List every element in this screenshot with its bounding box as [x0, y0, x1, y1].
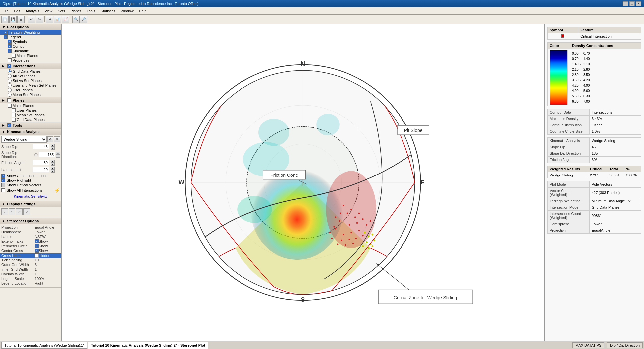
kin-sensitivity-link[interactable]: Kinematic Sensitivity	[1, 193, 60, 199]
radio-user-planes[interactable]	[8, 88, 12, 92]
checkbox-major-planes2[interactable]	[8, 104, 12, 108]
lateral-limit-input[interactable]	[33, 167, 49, 172]
toolbar-btn-2[interactable]: 💾	[9, 16, 17, 23]
slope-dip-dir-up[interactable]: ▲	[56, 152, 60, 155]
tree-item-major-planes2[interactable]: Major Planes	[0, 103, 61, 108]
minimize-button[interactable]: ─	[623, 1, 628, 6]
friction-angle-down[interactable]: ▼	[51, 163, 55, 166]
analysis-type-select[interactable]: Wedge Sliding	[1, 136, 47, 143]
slope-dip-dir-input[interactable]	[39, 152, 55, 157]
stereonet-options-header[interactable]: ▲ Stereonet Options	[0, 218, 61, 224]
kin-analysis-header[interactable]: ▲ Kinematic Analysis	[0, 129, 61, 135]
tree-item-grid-data[interactable]: Grid Data Planes	[0, 69, 61, 74]
tree-item-mean-set2[interactable]: Mean Set Planes	[0, 113, 61, 117]
checkbox-grid-data2[interactable]	[12, 118, 16, 122]
tree-item-kinematic[interactable]: ✓ Kinematic	[0, 49, 61, 53]
checkbox-legend[interactable]: ✓	[4, 35, 8, 39]
tree-item-grid-data2[interactable]: Grid Data Planes	[0, 117, 61, 122]
menu-item-edit[interactable]: Edit	[11, 7, 23, 14]
tree-item-user-planes[interactable]: User Planes	[0, 88, 61, 92]
checkbox-perimeter[interactable]: ✓	[35, 244, 39, 248]
checkbox-major-planes[interactable]	[12, 54, 16, 58]
status-tab-2[interactable]: Tutorial 10 Kinematic Analysis (Wedge Sl…	[88, 342, 208, 349]
tree-item-legend[interactable]: ✓ Legend	[0, 35, 61, 39]
checkbox-center-cross[interactable]: ✓	[35, 249, 39, 253]
checkbox-kinematic[interactable]: ✓	[8, 49, 12, 53]
toolbar-btn-4[interactable]: ↩	[28, 16, 35, 23]
radio-grid-data[interactable]	[8, 69, 12, 73]
menu-item-planes[interactable]: Planes	[68, 7, 84, 14]
display-check-btn[interactable]: ✓	[1, 208, 8, 215]
menu-item-help[interactable]: Help	[136, 7, 149, 14]
radio-all-set[interactable]	[8, 74, 12, 78]
plot-options-header[interactable]: ▼ Plot Options	[0, 24, 61, 30]
max-datatips-btn[interactable]: MAX DATATIPS	[572, 342, 604, 348]
zoom-in-button[interactable]: 🔍	[72, 16, 80, 23]
toolbar-btn-6[interactable]: 🖥	[46, 16, 53, 23]
tree-item-contour[interactable]: ✓ Contour	[0, 44, 61, 49]
tree-item-user-planes2[interactable]: User Planes	[0, 108, 61, 113]
menu-item-file[interactable]: File	[0, 7, 11, 14]
menu-item-view[interactable]: View	[42, 7, 55, 14]
status-tab-1[interactable]: Tutorial 10 Kinematic Analysis (Wedge Sl…	[1, 342, 87, 349]
toolbar-btn-1[interactable]: 📄	[1, 16, 9, 23]
tree-item-symbols[interactable]: ✓ Symbols	[0, 39, 61, 44]
critical-zone-text: Critical Zone for Wedge Sliding	[394, 295, 457, 300]
radio-set-vs-set[interactable]	[8, 79, 12, 83]
tree-item-all-set[interactable]: All Set Planes	[0, 74, 61, 78]
checkbox-planes[interactable]	[7, 98, 11, 102]
zoom-out-button[interactable]: 🔎	[80, 16, 87, 23]
dip-dir-btn[interactable]: Dip / Dip Direction	[607, 342, 643, 348]
display-settings-header[interactable]: ▲ Display Settings	[0, 201, 61, 207]
checkbox-critical[interactable]	[1, 183, 5, 187]
maximize-button[interactable]: □	[629, 1, 635, 6]
checkbox-properties[interactable]	[8, 58, 12, 62]
tree-item-properties[interactable]: Properties	[0, 58, 61, 63]
tree-item-terzaghi[interactable]: ✓ Terzaghi Weighting	[0, 30, 61, 35]
display-import-btn[interactable]: ↙	[23, 208, 30, 215]
lateral-limit-down[interactable]: ▼	[51, 170, 55, 173]
checkbox-contour[interactable]: ✓	[8, 44, 12, 48]
close-button[interactable]: ✕	[636, 1, 641, 6]
checkbox-intersections[interactable]: ✓	[7, 64, 11, 68]
kin-settings-btn[interactable]: ⚙	[47, 136, 53, 142]
toolbar-btn-7[interactable]: 📊	[54, 16, 61, 23]
menu-item-statistics[interactable]: Statistics	[98, 7, 118, 14]
menu-item-sets[interactable]: Sets	[55, 7, 68, 14]
planes-header[interactable]: ▶ Planes	[0, 97, 61, 103]
slope-dip-up[interactable]: ▲	[51, 144, 55, 147]
tree-item-mean-set[interactable]: Mean Set Planes	[0, 92, 61, 97]
checkbox-intersections2[interactable]	[1, 188, 5, 192]
checkbox-cross-hairs[interactable]	[35, 254, 39, 258]
menu-item-tools[interactable]: Tools	[84, 7, 98, 14]
tree-item-major-planes[interactable]: Major Planes	[0, 53, 61, 58]
display-info-btn[interactable]: ℹ	[9, 208, 15, 215]
lateral-limit-up[interactable]: ▲	[51, 167, 55, 170]
friction-angle-input[interactable]	[33, 160, 49, 165]
tools-header[interactable]: ▶ ✓ Tools	[0, 122, 61, 128]
slope-dip-input[interactable]	[33, 144, 49, 149]
slope-dip-dir-down[interactable]: ▼	[56, 155, 60, 158]
kin-extra-btn[interactable]: %	[54, 136, 60, 142]
display-export-btn[interactable]: ↗	[16, 208, 23, 215]
checkbox-construction[interactable]: ✓	[1, 174, 5, 178]
checkbox-highlight[interactable]: ✓	[1, 178, 5, 182]
tree-item-user-mean[interactable]: User and Mean Set Planes	[0, 83, 61, 88]
checkbox-ext-ticks[interactable]: ✓	[35, 239, 39, 243]
menu-item-analysis[interactable]: Analysis	[23, 7, 42, 14]
radio-user-mean[interactable]	[8, 83, 12, 87]
toolbar-btn-5[interactable]: ↪	[36, 16, 43, 23]
friction-angle-up[interactable]: ▲	[51, 160, 55, 163]
tree-item-set-vs-set[interactable]: Set vs Set Planes	[0, 78, 61, 83]
checkbox-mean-set2[interactable]	[12, 113, 16, 117]
checkbox-symbols[interactable]: ✓	[8, 40, 12, 44]
toolbar-btn-3[interactable]: 🖨	[17, 16, 25, 23]
slope-dip-down[interactable]: ▼	[51, 147, 55, 150]
intersections-header[interactable]: ▶ ✓ Intersections	[0, 63, 61, 69]
toolbar-btn-8[interactable]: 📈	[62, 16, 69, 23]
checkbox-user-planes2[interactable]	[12, 108, 16, 112]
checkbox-tools[interactable]: ✓	[7, 123, 11, 127]
checkbox-terzaghi[interactable]: ✓	[4, 30, 8, 34]
menu-item-window[interactable]: Window	[118, 7, 136, 14]
radio-mean-set[interactable]	[8, 93, 12, 97]
